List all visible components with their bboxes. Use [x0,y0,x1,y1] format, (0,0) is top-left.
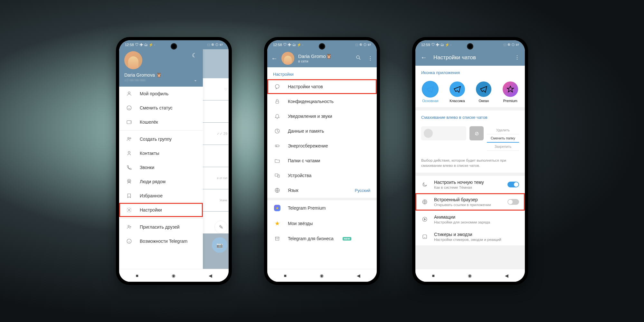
settings-header: ← Daria Gromo🦉 в сети ⋮ [267,49,377,67]
gear-icon [126,207,133,213]
swipe-hint: Выбор действия, которое будет выполнятьс… [415,155,525,173]
nav-home-icon[interactable]: ◉ [468,273,472,278]
svg-rect-21 [423,235,427,239]
toggle-switch[interactable] [507,182,519,187]
nav-recent-icon[interactable]: ■ [136,273,138,278]
nav-home-icon[interactable]: ◉ [320,273,324,278]
menu-contacts[interactable]: Контакты [119,146,203,160]
svg-point-11 [356,56,359,59]
setting-data[interactable]: Данные и память [267,124,377,138]
status-bar: 12:58⛉ ✈ 🗂 ⚡ · ⬚ ⦿ⓘ97 [267,40,377,49]
icon-classic[interactable]: Классика [450,81,465,103]
menu-features[interactable]: Возможности Telegram [119,234,203,248]
menu-invite[interactable]: Пригласить друзей [119,220,203,234]
avatar[interactable] [124,51,142,69]
swipe-preview: ⊘ Удалить Сменить папку Закрепить [415,122,525,155]
nav-recent-icon[interactable]: ■ [432,273,434,278]
menu-nearby[interactable]: Люди рядом [119,175,203,189]
nav-back-icon[interactable]: ◀ [209,273,212,278]
setting-power[interactable]: Энергосбережение [267,138,377,153]
phone-1: 12:58⛉ ✈ 🗂 ⚡ · ⬚ ⦿ⓘ97 ☾ Daria Gromova🦉 +… [116,37,232,285]
android-navbar: ■ ◉ ◀ [119,269,229,282]
setting-premium[interactable]: Telegram Premium [267,200,377,216]
setting-privacy[interactable]: Конфиденциальность [267,94,377,109]
back-icon[interactable]: ← [271,55,278,62]
toggle-switch[interactable] [507,199,519,205]
smile-icon [126,105,133,111]
menu-create-group[interactable]: Создать группу [119,132,203,146]
nav-recent-icon[interactable]: ■ [284,273,286,278]
menu-saved[interactable]: Избранное [119,189,203,203]
camera-fab[interactable]: 📷 [212,237,227,253]
section-app-icon: Иконка приложения [415,66,525,78]
menu-status[interactable]: Сменить статус [119,101,203,115]
swipe-pin[interactable]: Закрепить [487,143,519,151]
setting-chat-settings[interactable]: Настройки чатов [267,79,377,94]
menu-wallet[interactable]: Кошелёк [119,115,203,129]
setting-devices[interactable]: Устройства [267,168,377,183]
moon-icon[interactable]: ☾ [192,52,197,59]
status-bar: 12:59⛉ ✈ 🗂 ⚡ · ⬚ ⦿ⓘ97 [415,40,525,49]
menu-settings[interactable]: Настройки [119,203,203,217]
section-swipe: Смахивание влево в списке чатов [415,110,525,122]
phone-icon [126,165,133,170]
moon-icon [421,182,428,187]
android-navbar: ■ ◉ ◀ [415,269,525,282]
setting-stars[interactable]: Мои звёзды [267,216,377,231]
svg-point-8 [128,209,130,211]
icon-ocean[interactable]: Океан [476,81,491,103]
section-title: Настройки [267,67,377,79]
store-icon [274,236,281,242]
lock-icon [274,99,281,104]
setting-language[interactable]: Язык Русский [267,183,377,198]
menu-profile[interactable]: Мой профиль [119,87,203,101]
nearby-icon [126,179,133,185]
nav-back-icon[interactable]: ◀ [505,273,508,278]
premium-star-icon [274,205,281,211]
setting-business[interactable]: Telegram для бизнеса NEW [267,231,377,246]
settings-list: Настройки Настройки чатов Конфиденциальн… [267,67,377,269]
star-icon [274,220,281,227]
group-icon [126,136,133,142]
globe-icon [421,199,428,205]
setting-notifications[interactable]: Уведомления и звуки [267,109,377,124]
battery-icon [274,143,281,149]
svg-point-1 [127,106,131,110]
toggle-animations[interactable]: Анимации Настройки для экономии заряда [415,211,525,228]
more-icon[interactable]: ⋮ [368,55,373,62]
search-icon[interactable] [355,55,361,62]
edit-fab[interactable]: ✎ [214,221,227,233]
nav-home-icon[interactable]: ◉ [172,273,175,278]
swipe-change-folder[interactable]: Сменить папку [487,134,519,143]
chat-settings-header: ← Настройки чатов ⋮ [415,49,525,66]
user-icon [126,91,133,97]
wallet-icon [126,119,133,125]
svg-rect-15 [275,145,279,147]
new-badge: NEW [343,237,351,241]
chevron-down-icon[interactable]: ⌄ [194,78,197,82]
icon-main[interactable]: Основная [422,81,438,103]
nav-back-icon[interactable]: ◀ [357,273,360,278]
status-bar: 12:58⛉ ✈ 🗂 ⚡ · ⬚ ⦿ⓘ97 [119,40,229,49]
svg-point-12 [275,84,279,88]
toggle-browser[interactable]: Встроенный браузер Открывать ссылки в пр… [415,193,525,211]
drawer: ☾ Daria Gromova🦉 +7 ••• ••• •••• ⌄ Мой п… [119,49,203,269]
drawer-header: ☾ Daria Gromova🦉 +7 ••• ••• •••• ⌄ [119,49,203,87]
bookmark-icon [126,193,133,199]
more-icon[interactable]: ⋮ [515,54,520,61]
chat-icon [274,84,281,90]
back-icon[interactable]: ← [421,54,427,61]
icon-premium[interactable]: Premium [503,81,518,103]
sticker-icon [421,234,428,240]
drawer-backdrop: ♡ ✓✓ 29 е от гол Усаче ✎ 📷 [203,49,229,269]
toggle-stickers[interactable]: Стикеры и эмодзи Настройки стикеров, эмо… [415,228,525,245]
user-name: Daria Gromova🦉 [124,72,198,78]
avatar[interactable] [281,52,294,65]
contact-icon [126,150,133,156]
menu-calls[interactable]: Звонки [119,160,203,175]
swipe-delete[interactable]: Удалить [487,126,519,134]
toggle-night-theme[interactable]: Настроить ночную тему Как в системе Тёмн… [415,176,525,193]
setting-folders[interactable]: Папки с чатами [267,153,377,168]
phone-blurred: +7 ••• ••• •••• [124,78,198,83]
svg-point-9 [128,225,129,227]
